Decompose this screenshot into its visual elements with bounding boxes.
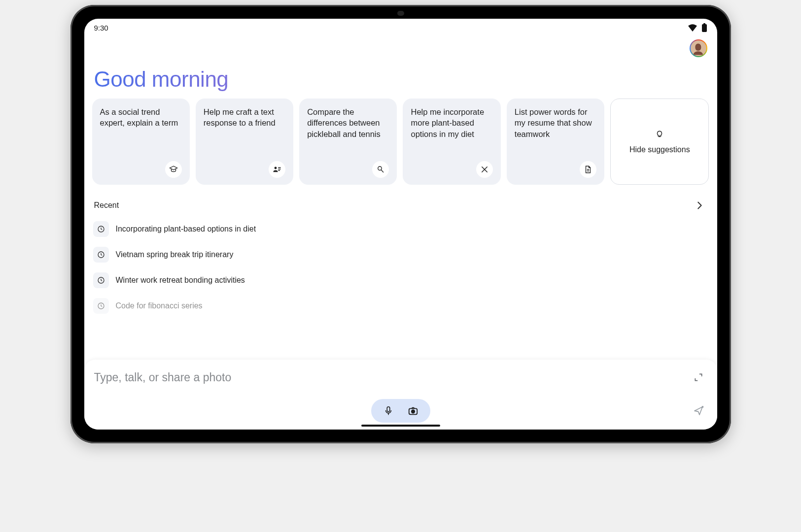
suggestion-card[interactable]: Help me incorporate more plant-based opt… [403, 99, 500, 185]
prompt-input[interactable] [94, 371, 690, 384]
svg-point-13 [411, 410, 414, 413]
svg-rect-5 [278, 170, 280, 171]
suggestion-card[interactable]: Help me craft a text response to a frien… [196, 99, 293, 185]
expand-button[interactable] [690, 368, 707, 386]
battery-icon [701, 23, 707, 32]
svg-point-14 [702, 406, 703, 407]
recent-label: Vietnam spring break trip itinerary [116, 250, 234, 259]
recent-label: Incorporating plant-based options in die… [116, 225, 256, 233]
hide-suggestions-button[interactable]: Hide suggestions [610, 99, 709, 185]
avatar-image [691, 40, 706, 56]
svg-rect-0 [702, 24, 707, 32]
voice-input-button[interactable] [383, 405, 394, 416]
microphone-icon [383, 405, 394, 416]
chevron-right-icon [694, 200, 705, 211]
status-time: 9:30 [94, 24, 108, 32]
header-row [84, 36, 717, 57]
camera-icon [408, 405, 418, 416]
recent-item[interactable]: Incorporating plant-based options in die… [92, 218, 709, 240]
recent-list: Incorporating plant-based options in die… [92, 218, 709, 317]
recent-label: Code for fibonacci series [116, 301, 203, 310]
wifi-icon [688, 24, 697, 32]
lightbulb-icon [655, 130, 664, 139]
suggestion-card[interactable]: Compare the differences between pickleba… [299, 99, 397, 185]
composer [84, 360, 717, 430]
svg-point-2 [275, 167, 277, 169]
suggestion-text: As a social trend expert, explain a term [100, 106, 182, 129]
suggestion-card[interactable]: List power words for my resume that show… [507, 99, 604, 185]
greeting-text: Good morning [92, 67, 709, 92]
camera-input-button[interactable] [408, 405, 418, 416]
input-mode-pill [371, 399, 430, 423]
recent-header: Recent [92, 198, 709, 213]
svg-rect-3 [278, 167, 280, 168]
profile-avatar[interactable] [690, 39, 707, 57]
recent-title: Recent [94, 201, 119, 210]
document-icon [580, 161, 596, 178]
history-icon [93, 247, 109, 263]
contact-icon [269, 161, 285, 178]
status-bar: 9:30 [84, 19, 717, 36]
history-icon [93, 298, 109, 314]
dining-icon [476, 161, 493, 178]
svg-rect-4 [278, 169, 280, 170]
navigation-handle[interactable] [361, 425, 440, 427]
suggestion-card[interactable]: As a social trend expert, explain a term [92, 99, 190, 185]
recent-item[interactable]: Vietnam spring break trip itinerary [92, 244, 709, 266]
tablet-device-frame: 9:30 Good morning As a social [70, 5, 731, 443]
suggestion-text: Help me incorporate more plant-based opt… [411, 106, 492, 139]
send-icon [693, 405, 704, 417]
send-button[interactable] [690, 402, 707, 420]
suggestion-text: Help me craft a text response to a frien… [204, 106, 285, 129]
suggestion-text: List power words for my resume that show… [515, 106, 596, 139]
expand-icon [694, 372, 703, 382]
recent-item[interactable]: Code for fibonacci series [92, 295, 709, 317]
education-icon [165, 161, 182, 178]
sport-icon [372, 161, 389, 178]
suggestion-text: Compare the differences between pickleba… [307, 106, 389, 139]
camera-notch [397, 11, 404, 16]
svg-point-6 [378, 166, 382, 170]
hide-suggestions-label: Hide suggestions [629, 144, 690, 155]
suggestion-cards: As a social trend expert, explain a term… [92, 99, 709, 185]
history-icon [93, 221, 109, 237]
recent-expand-button[interactable] [692, 198, 707, 213]
screen: 9:30 Good morning As a social [84, 19, 717, 430]
history-icon [93, 272, 109, 288]
svg-rect-11 [387, 407, 390, 412]
recent-item[interactable]: Winter work retreat bonding activities [92, 269, 709, 291]
svg-rect-1 [703, 23, 705, 25]
recent-label: Winter work retreat bonding activities [116, 276, 245, 285]
